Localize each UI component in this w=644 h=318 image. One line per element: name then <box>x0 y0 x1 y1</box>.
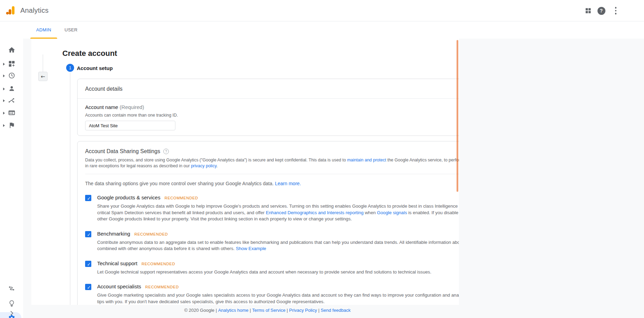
stepper-connector-line <box>70 72 70 305</box>
step-number-badge: 1 <box>66 64 74 72</box>
technical-support-checkbox[interactable] <box>85 261 91 267</box>
person-icon <box>8 85 16 92</box>
option-account-specialists: Account specialists RECOMMENDED Give Goo… <box>85 284 459 305</box>
benchmarking-checkbox[interactable] <box>85 231 91 237</box>
page-title: Create account <box>62 49 117 58</box>
sidebar-item-behavior[interactable] <box>0 107 23 119</box>
pages-icon <box>8 109 16 117</box>
options-intro: The data sharing options give you more c… <box>85 181 459 186</box>
sidebar-item-customization[interactable] <box>0 58 23 70</box>
enhanced-demographics-link[interactable]: Enhanced Demographics and Interests repo… <box>266 210 364 215</box>
home-icon <box>8 46 16 54</box>
recommended-badge: RECOMMENDED <box>164 196 198 200</box>
account-name-input[interactable] <box>85 121 175 130</box>
expand-caret-icon <box>3 74 5 77</box>
expand-caret-icon <box>3 88 5 90</box>
expand-caret-icon <box>3 112 5 115</box>
google-signals-link[interactable]: Google signals <box>377 210 407 215</box>
option-description: Give Google marketing specialists and yo… <box>97 292 459 305</box>
app-title: Analytics <box>20 7 49 14</box>
sidebar-item-home[interactable] <box>0 44 23 56</box>
account-details-title: Account details <box>78 79 459 99</box>
option-description: Contribute anonymous data to an aggregat… <box>97 239 459 252</box>
google-products-checkbox[interactable] <box>85 195 91 201</box>
recommended-badge: RECOMMENDED <box>145 285 179 289</box>
option-technical-support: Technical support RECOMMENDED Let Google… <box>85 260 459 276</box>
learn-more-link[interactable]: Learn more. <box>275 181 301 186</box>
back-button[interactable]: ← <box>38 72 48 81</box>
sidebar-item-realtime[interactable] <box>0 70 23 81</box>
apps-grid-icon[interactable] <box>582 4 594 17</box>
sidebar-collapse-button[interactable] <box>0 309 23 318</box>
account-name-helper: Accounts can contain more than one track… <box>85 113 459 118</box>
recommended-badge: RECOMMENDED <box>142 262 175 266</box>
data-sharing-help-icon[interactable]: ? <box>163 149 169 154</box>
sidebar-item-conversions[interactable] <box>0 119 23 131</box>
analytics-home-link[interactable]: Analytics home <box>218 308 248 313</box>
sidebar <box>0 21 23 318</box>
option-description: Share your Google Analytics data with Go… <box>97 203 459 222</box>
apps-grid-glyph <box>584 7 592 14</box>
option-google-products: Google products & services RECOMMENDED S… <box>85 195 459 222</box>
page-footer: © 2020 Google | Analytics home | Terms o… <box>23 305 644 318</box>
lightbulb-icon <box>8 300 16 307</box>
send-feedback-link[interactable]: Send feedback <box>321 308 351 313</box>
acquisition-icon <box>8 97 16 104</box>
option-benchmarking: Benchmarking RECOMMENDED Contribute anon… <box>85 231 459 252</box>
tab-admin[interactable]: ADMIN <box>30 21 57 39</box>
data-sharing-title: Account Data Sharing Settings <box>85 148 160 155</box>
recommended-badge: RECOMMENDED <box>134 232 168 236</box>
option-description: Let Google technical support representat… <box>97 269 431 276</box>
tab-user[interactable]: USER <box>59 21 83 39</box>
clock-icon <box>8 72 16 79</box>
more-vert-glyph <box>615 7 617 14</box>
expand-caret-icon <box>3 99 5 102</box>
show-example-link[interactable]: Show Example <box>236 246 266 251</box>
account-name-required-text: (Required) <box>120 104 144 110</box>
expand-caret-icon <box>3 124 5 127</box>
account-details-card: Account details Account name (Required) … <box>77 79 459 136</box>
help-glyph: ? <box>597 7 605 15</box>
app-header: Analytics ? <box>0 0 644 21</box>
more-vert-icon[interactable] <box>610 4 622 17</box>
option-label: Google products & services <box>97 195 160 200</box>
help-icon[interactable]: ? <box>595 4 607 17</box>
terms-of-service-link[interactable]: Terms of Service <box>252 308 286 313</box>
account-specialists-checkbox[interactable] <box>85 284 91 290</box>
footer-links: © 2020 Google | Analytics home | Terms o… <box>31 305 503 315</box>
privacy-policy-link[interactable]: privacy policy <box>191 163 216 168</box>
customization-icon <box>8 60 16 68</box>
analytics-logo-icon <box>5 5 16 16</box>
flag-icon <box>8 121 16 129</box>
sidebar-item-acquisition[interactable] <box>0 95 23 106</box>
data-sharing-card: Account Data Sharing Settings ? Data you… <box>77 141 459 305</box>
sidebar-item-attribution[interactable] <box>0 283 23 295</box>
admin-user-tabbar: ADMIN USER <box>23 21 644 39</box>
account-name-label: Account name <box>85 104 118 110</box>
back-line-divider <box>43 54 43 72</box>
sidebar-item-audience[interactable] <box>0 83 23 95</box>
account-name-label-row: Account name (Required) <box>85 104 459 110</box>
analytics-logo[interactable]: Analytics <box>5 5 49 16</box>
maintain-and-protect-link[interactable]: maintain and protect <box>347 158 386 162</box>
option-label: Technical support <box>97 260 137 266</box>
privacy-policy-footer-link[interactable]: Privacy Policy <box>289 308 317 313</box>
data-sharing-intro: Data you collect, process, and store usi… <box>85 157 459 174</box>
panel-scrollbar-thumb[interactable] <box>457 40 458 192</box>
expand-caret-icon <box>3 63 5 66</box>
attribution-icon <box>8 285 16 292</box>
option-label: Account specialists <box>97 284 141 289</box>
create-account-panel: Create account ← 1 Account setup Account… <box>31 39 459 305</box>
google-analytics-app: Analytics ? <box>0 0 644 318</box>
option-label: Benchmarking <box>97 231 130 237</box>
chevron-right-icon <box>8 310 15 317</box>
step-label: Account setup <box>77 65 113 71</box>
sidebar-item-discover[interactable] <box>0 298 23 309</box>
